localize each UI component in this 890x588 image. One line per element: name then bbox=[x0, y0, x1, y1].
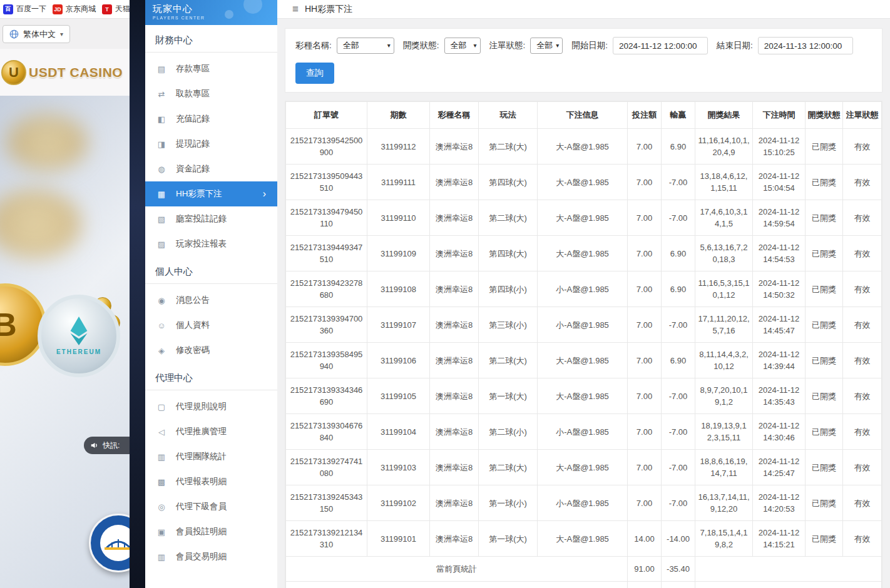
speaker-icon bbox=[90, 441, 99, 450]
table-cell: 2152173139509443510 bbox=[286, 165, 367, 200]
table-cell: 13,18,4,6,12,1,15,11 bbox=[695, 165, 753, 200]
table-cell: 大-A盤@1.985 bbox=[538, 450, 628, 485]
funds-record-icon: ◍ bbox=[156, 165, 166, 174]
sidebar-item-room-bet-record[interactable]: ▧廳室投註記錄 bbox=[145, 206, 277, 231]
column-header: 投注額 bbox=[628, 102, 662, 129]
order-status-select[interactable]: 全部 ▾ bbox=[530, 38, 563, 54]
sidebar-item-notice[interactable]: ◉消息公告 bbox=[145, 288, 277, 313]
table-cell: 已開獎 bbox=[806, 307, 843, 343]
table-cell: 7,18,15,1,4,19,8,2 bbox=[695, 521, 753, 557]
table-row: 215217313950944351031199111澳洲幸运8第四球(大)大-… bbox=[286, 165, 882, 200]
sidebar-item-label: 存款專區 bbox=[176, 63, 210, 74]
topbar: ≡ HH彩票下注 bbox=[277, 0, 890, 19]
table-cell: 31199101 bbox=[367, 521, 430, 557]
sidebar-item-label: 會員交易明細 bbox=[176, 551, 227, 562]
gold-decor bbox=[6, 114, 88, 171]
table-cell: 2152173139212134310 bbox=[286, 521, 367, 557]
table-cell: 有效 bbox=[843, 200, 882, 236]
sidebar-item-lottery-bet[interactable]: ▦HH彩票下注› bbox=[145, 181, 277, 206]
screen: 百百度一下JD京东商城T天猫 繁体中文 ▾ U USDT CASINO bbox=[0, 0, 890, 588]
sidebar-item-agent-team[interactable]: ▥代理團隊統計 bbox=[145, 444, 277, 469]
sidebar-item-label: 代理推廣管理 bbox=[176, 426, 227, 437]
agent-team-icon: ▥ bbox=[156, 452, 166, 462]
table-row: 215217313944934751031199109澳洲幸运8第四球(大)大-… bbox=[286, 236, 882, 271]
sidebar-item-agent-report[interactable]: ▩代理報表明細 bbox=[145, 469, 277, 494]
page-gutter bbox=[130, 0, 145, 588]
table-cell: 第二球(大) bbox=[479, 129, 538, 165]
sidebar-item-deposit[interactable]: ▤存款專區 bbox=[145, 56, 277, 81]
sidebar-item-withdraw[interactable]: ⇄取款專區 bbox=[145, 81, 277, 106]
sidebar-item-member-trade[interactable]: ▥會員交易明細 bbox=[145, 544, 277, 569]
table-cell: 2152173139245343150 bbox=[286, 485, 367, 521]
table-cell: -14.00 bbox=[662, 521, 695, 557]
bookmark-tmall[interactable]: T天猫 bbox=[102, 4, 130, 14]
sidebar-item-funds-record[interactable]: ◍資金記錄 bbox=[145, 156, 277, 181]
member-trade-icon: ▥ bbox=[156, 552, 166, 562]
end-date-label: 結束日期: bbox=[717, 40, 753, 51]
table-cell: 2152173139449347510 bbox=[286, 236, 367, 271]
table-cell: 澳洲幸运8 bbox=[430, 271, 479, 307]
table-cell: 澳洲幸运8 bbox=[430, 450, 479, 485]
sidebar-item-agent-rules[interactable]: ▢代理規則說明 bbox=[145, 394, 277, 419]
start-date-input[interactable] bbox=[613, 37, 708, 54]
summary-empty bbox=[695, 582, 882, 588]
draw-status-value: 全部 bbox=[451, 40, 467, 51]
deposit-icon: ▤ bbox=[156, 64, 166, 74]
table-cell: 18,19,13,9,12,3,15,11 bbox=[695, 414, 753, 450]
sidebar-item-withdrawal-record[interactable]: ◨提現記錄 bbox=[145, 131, 277, 156]
sidebar: 玩家中心 PLAYERS CENTER 財務中心▤存款專區⇄取款專區◧充值記錄◨… bbox=[145, 0, 277, 588]
table-cell: 31199102 bbox=[367, 485, 430, 521]
table-cell: 2024-11-12 14:39:44 bbox=[753, 343, 806, 378]
bookmark-jd[interactable]: JD京东商城 bbox=[53, 4, 96, 14]
table-cell: 7.00 bbox=[628, 343, 662, 378]
table-row: 215217313954250090031199112澳洲幸运8第二球(大)大-… bbox=[286, 129, 882, 165]
sidebar-item-player-bet-report[interactable]: ▨玩家投注報表 bbox=[145, 231, 277, 256]
column-header: 玩法 bbox=[479, 102, 538, 129]
table-cell: 澳洲幸运8 bbox=[430, 236, 479, 271]
chevron-down-icon: ▾ bbox=[474, 42, 477, 49]
site-logo[interactable]: U USDT CASINO bbox=[1, 60, 123, 85]
table-cell: 2152173139542500900 bbox=[286, 129, 367, 165]
table-cell: 大-A盤@1.985 bbox=[538, 521, 628, 557]
sidebar-item-agent-promo[interactable]: ◁代理推廣管理 bbox=[145, 419, 277, 444]
table-cell: 澳洲幸运8 bbox=[430, 129, 479, 165]
table-row: 215217313933434669031199105澳洲幸运8第一球(大)大-… bbox=[286, 378, 882, 414]
table-cell: 已開獎 bbox=[806, 271, 843, 307]
sidebar-item-member-bet[interactable]: ▣會員投註明細 bbox=[145, 519, 277, 544]
language-selector[interactable]: 繁体中文 ▾ bbox=[3, 25, 70, 43]
draw-status-select[interactable]: 全部 ▾ bbox=[444, 38, 481, 54]
summary-winloss-total: -15.61 bbox=[662, 582, 695, 588]
bitcoin-glyph: B bbox=[0, 306, 17, 343]
table-cell: 2024-11-12 14:20:53 bbox=[753, 485, 806, 521]
table-cell: 澳洲幸运8 bbox=[430, 378, 479, 414]
tmall-favicon: T bbox=[102, 4, 112, 14]
search-button[interactable]: 查詢 bbox=[295, 63, 334, 84]
table-cell: 大-A盤@1.985 bbox=[538, 378, 628, 414]
table-cell: 2152173139358495940 bbox=[286, 343, 367, 378]
table-cell: 澳洲幸运8 bbox=[430, 485, 479, 521]
table-cell: 大-A盤@1.985 bbox=[538, 165, 628, 200]
lottery-type-select[interactable]: 全部 ▾ bbox=[337, 38, 394, 54]
end-date-input[interactable] bbox=[758, 37, 853, 54]
summary-label: 當前頁統計 bbox=[286, 557, 628, 582]
jd-favicon: JD bbox=[53, 4, 63, 14]
usdt-coin-icon: U bbox=[1, 60, 26, 85]
menu-toggle-icon[interactable]: ≡ bbox=[292, 3, 299, 16]
table-cell: 小-A盤@1.985 bbox=[538, 414, 628, 450]
table-cell: 14.00 bbox=[628, 521, 662, 557]
sidebar-item-password[interactable]: ◈修改密碼 bbox=[145, 338, 277, 363]
table-cell: 8,11,14,4,3,2,10,12 bbox=[695, 343, 753, 378]
table-cell: 2024-11-12 15:04:54 bbox=[753, 165, 806, 200]
table-cell: 7.00 bbox=[628, 165, 662, 200]
table-cell: 有效 bbox=[843, 236, 882, 271]
sidebar-item-recharge-record[interactable]: ◧充值記錄 bbox=[145, 106, 277, 131]
table-cell: 18,8,6,16,19,14,7,11 bbox=[695, 450, 753, 485]
table-cell: 澳洲幸运8 bbox=[430, 307, 479, 343]
sidebar-item-profile[interactable]: ☺個人資料 bbox=[145, 313, 277, 338]
column-header: 輸贏 bbox=[662, 102, 695, 129]
table-cell: 11,16,5,3,15,10,1,12 bbox=[695, 271, 753, 307]
sidebar-item-agent-members[interactable]: ◎代理下級會員 bbox=[145, 494, 277, 519]
agent-promo-icon: ◁ bbox=[156, 427, 166, 437]
bookmark-baidu[interactable]: 百百度一下 bbox=[3, 4, 46, 14]
table-cell: 31199104 bbox=[367, 414, 430, 450]
